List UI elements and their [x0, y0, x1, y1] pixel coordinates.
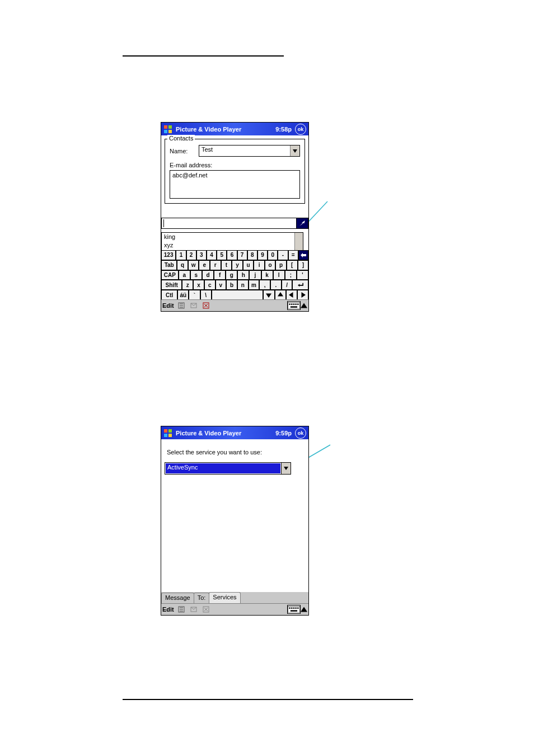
key[interactable]: ': [297, 270, 308, 280]
key[interactable]: n: [237, 280, 249, 290]
tool-icon-delete[interactable]: [201, 605, 211, 614]
contacts-legend: Contacts: [167, 135, 195, 142]
edit-menu[interactable]: Edit: [162, 606, 174, 613]
key[interactable]: [: [287, 260, 298, 270]
key[interactable]: c: [204, 280, 216, 290]
key[interactable]: o: [265, 260, 276, 270]
key[interactable]: l: [273, 270, 285, 280]
key[interactable]: u: [243, 260, 254, 270]
key[interactable]: e: [199, 260, 210, 270]
key[interactable]: 0: [268, 250, 278, 260]
key-123[interactable]: 123: [161, 250, 176, 260]
key[interactable]: v: [216, 280, 227, 290]
key[interactable]: =: [288, 250, 298, 260]
key-space[interactable]: [212, 290, 264, 300]
key[interactable]: 9: [257, 250, 268, 260]
sip-toggle[interactable]: [287, 301, 307, 310]
key[interactable]: -: [278, 250, 288, 260]
svg-marker-11: [301, 292, 306, 298]
key[interactable]: ;: [285, 270, 297, 280]
command-bar: Edit: [161, 603, 308, 615]
key[interactable]: f: [214, 270, 226, 280]
tool-icon-2[interactable]: [189, 301, 199, 310]
key[interactable]: `: [189, 290, 200, 300]
key-caps[interactable]: CAP: [161, 270, 179, 280]
service-prompt: Select the service you want to use:: [167, 449, 303, 456]
clock: 9:59p: [275, 430, 292, 436]
key[interactable]: s: [190, 270, 202, 280]
svg-rect-24: [164, 429, 167, 433]
start-icon[interactable]: [163, 125, 172, 134]
app-title: Picture & Video Player: [176, 430, 241, 436]
key-shift[interactable]: Shift: [161, 280, 182, 290]
sip-toggle[interactable]: [287, 605, 307, 614]
key[interactable]: a: [179, 270, 190, 280]
key[interactable]: b: [226, 280, 237, 290]
service-combo[interactable]: ActiveSync: [165, 462, 291, 475]
key-arrow-left[interactable]: [286, 290, 297, 300]
key[interactable]: 4: [207, 250, 217, 260]
key[interactable]: 6: [227, 250, 237, 260]
edit-menu[interactable]: Edit: [162, 302, 174, 309]
name-dropdown-button[interactable]: [290, 145, 299, 156]
key-arrow-right[interactable]: [297, 290, 308, 300]
key[interactable]: t: [221, 260, 232, 270]
key-backspace[interactable]: [298, 250, 308, 260]
key[interactable]: i: [254, 260, 265, 270]
tool-icon-1[interactable]: [176, 605, 186, 614]
recipient-input[interactable]: [161, 218, 297, 229]
key[interactable]: ,: [259, 280, 270, 290]
suggestion-item[interactable]: xyz: [162, 241, 303, 250]
key-arrow-up[interactable]: [275, 290, 286, 300]
key-enter[interactable]: [292, 280, 308, 290]
suggestion-item[interactable]: king: [162, 233, 303, 241]
autocomplete-list[interactable]: king xyz: [161, 232, 303, 251]
tool-icon-1[interactable]: [176, 301, 186, 310]
name-combo[interactable]: Test: [199, 145, 300, 157]
tab-to[interactable]: To:: [194, 593, 210, 604]
key[interactable]: /: [282, 280, 293, 290]
key[interactable]: j: [249, 270, 261, 280]
key[interactable]: r: [210, 260, 221, 270]
chevron-up-icon: [301, 302, 307, 309]
title-bar: Picture & Video Player 9:59p ok: [161, 426, 308, 439]
key[interactable]: 3: [196, 250, 207, 260]
tab-services[interactable]: Services: [209, 592, 240, 604]
ok-button[interactable]: ok: [295, 428, 306, 439]
key-tab[interactable]: Tab: [161, 260, 177, 270]
key[interactable]: 8: [247, 250, 257, 260]
key[interactable]: 7: [237, 250, 247, 260]
key[interactable]: 5: [217, 250, 227, 260]
email-textbox[interactable]: abc@def.net: [170, 170, 300, 199]
tab-message[interactable]: Message: [161, 593, 194, 604]
text-caret: [163, 219, 164, 227]
key[interactable]: z: [182, 280, 193, 290]
key[interactable]: 1: [176, 250, 186, 260]
key[interactable]: h: [237, 270, 249, 280]
key[interactable]: m: [249, 280, 260, 290]
scrollbar[interactable]: [294, 233, 303, 251]
key[interactable]: k: [261, 270, 273, 280]
key-ctl[interactable]: Ctl: [161, 290, 177, 300]
key[interactable]: d: [202, 270, 214, 280]
key-accent[interactable]: áü: [177, 290, 189, 300]
tool-icon-2[interactable]: [189, 605, 199, 614]
key[interactable]: w: [188, 260, 199, 270]
key[interactable]: 2: [186, 250, 196, 260]
key[interactable]: x: [193, 280, 204, 290]
start-icon[interactable]: [163, 429, 172, 438]
service-dropdown-button[interactable]: [281, 463, 291, 474]
key-arrow-down[interactable]: [263, 290, 274, 300]
key[interactable]: .: [270, 280, 282, 290]
svg-rect-16: [289, 303, 290, 304]
tool-icon-delete[interactable]: [201, 301, 211, 310]
key[interactable]: ]: [298, 260, 309, 270]
ok-button[interactable]: ok: [295, 124, 306, 135]
key[interactable]: p: [275, 260, 287, 270]
key[interactable]: \: [200, 290, 212, 300]
key[interactable]: q: [177, 260, 188, 270]
device-screenshot-1: Picture & Video Player 9:58p ok Contacts…: [161, 122, 309, 312]
pick-contact-button[interactable]: [297, 218, 308, 229]
key[interactable]: y: [232, 260, 243, 270]
key[interactable]: g: [226, 270, 237, 280]
